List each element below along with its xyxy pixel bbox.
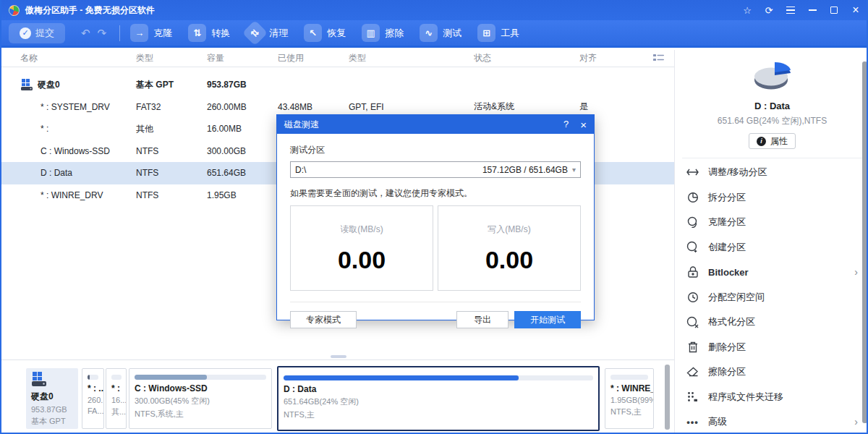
tools-icon: ⊞ (477, 24, 495, 42)
menu-icon[interactable] (780, 0, 801, 20)
dropdown-size: 157.12GB / 651.64GB (482, 165, 568, 175)
read-speed-value: 0.00 (291, 246, 433, 274)
expert-mode-hint: 如果需要更全面的测试，建议您使用专家模式。 (290, 187, 581, 200)
partition-pie-chart (749, 60, 796, 96)
allocate-space-icon (686, 291, 699, 303)
selected-partition-name: D : Data (675, 101, 868, 111)
dropdown-value: D:\ (295, 165, 306, 175)
minimize-button[interactable] (801, 0, 823, 20)
chevron-right-icon: › (854, 266, 858, 278)
toolbar: ✓ 提交 ↶ ↷ → 克隆 ⇅ 转换 ⇄ 清理 ↖ 恢复 ▥ 擦除 ∿ (1, 20, 867, 48)
submit-button[interactable]: ✓ 提交 (9, 23, 65, 43)
clean-icon: ⇄ (242, 20, 268, 46)
sidebar-item-advanced[interactable]: ••• 高级 › (675, 409, 868, 434)
convert-icon: ⇅ (188, 24, 206, 42)
toolbar-divider (119, 25, 120, 41)
create-partition-icon (686, 241, 699, 253)
refresh-icon[interactable]: ⟳ (758, 0, 780, 20)
recover-icon: ↖ (304, 24, 322, 42)
toolbar-item-wipe[interactable]: ▥ 擦除 (362, 24, 404, 42)
toolbar-item-tools[interactable]: ⊞ 工具 (477, 24, 519, 42)
toolbar-item-convert[interactable]: ⇅ 转换 (188, 24, 230, 42)
write-speed-value: 0.00 (438, 246, 580, 274)
undo-icon[interactable]: ↶ (81, 27, 90, 40)
redo-icon[interactable]: ↷ (98, 27, 107, 40)
favorite-star-icon[interactable]: ☆ (736, 0, 758, 20)
split-partition-icon (686, 191, 699, 203)
maximize-button[interactable] (823, 0, 845, 20)
sidebar-item-bitlocker[interactable]: Bitlocker › (675, 260, 868, 285)
lock-icon (686, 266, 699, 278)
dialog-title: 磁盘测速 (284, 119, 319, 131)
read-speed-panel: 读取(MB/s) 0.00 (290, 205, 433, 291)
chevron-right-icon: › (854, 416, 858, 427)
check-icon: ✓ (20, 27, 31, 39)
disk-speed-test-dialog: 磁盘测速 ? × 测试分区 D:\ 157.12GB / 651.64GB ▾ … (276, 114, 595, 320)
read-speed-label: 读取(MB/s) (291, 224, 433, 236)
delete-partition-icon (686, 341, 699, 353)
disk-map-partition-d-selected[interactable]: D : Data 651.64GB(24% 空闲) NTFS,主 (277, 366, 600, 431)
disk-map-partition-winre[interactable]: * : WINRE_... 1.95GB(99%... NTFS,主 (605, 368, 654, 429)
window-title: 傲梅分区助手 - 免费无损分区软件 (25, 4, 155, 17)
sidebar-item-format-partition[interactable]: 格式化分区 (675, 310, 868, 335)
toolbar-item-clone[interactable]: → 克隆 (130, 24, 172, 42)
partition-dropdown[interactable]: D:\ 157.12GB / 651.64GB ▾ (290, 161, 581, 178)
disk-icon (31, 372, 47, 387)
app-window: 傲梅分区助手 - 免费无损分区软件 ☆ ⟳ × ✓ 提交 ↶ ↷ → 克隆 ⇅ … (0, 0, 868, 434)
sidebar-item-wipe-partition[interactable]: 擦除分区 (675, 359, 868, 385)
disk-map-partition-c[interactable]: C : Windows-SSD 300.00GB(45% 空闲) NTFS,系统… (129, 368, 272, 429)
expert-mode-button[interactable]: 专家模式 (290, 311, 357, 328)
export-button[interactable]: 导出 (456, 311, 509, 328)
toolbar-item-recover[interactable]: ↖ 恢复 (304, 24, 346, 42)
wipe-icon: ▥ (362, 24, 380, 42)
window-controls: ☆ ⟳ × (736, 0, 867, 20)
chevron-down-icon: ▾ (572, 166, 576, 174)
test-icon: ∿ (420, 24, 438, 42)
clone-partition-icon (686, 216, 699, 229)
resize-move-icon (686, 166, 699, 179)
wipe-partition-icon (686, 366, 699, 378)
info-icon: i (757, 137, 766, 146)
clone-icon: → (130, 24, 148, 42)
disk-map-partition-system[interactable]: * : ... 260... FA... (82, 368, 104, 429)
format-partition-icon (686, 316, 699, 328)
dialog-help-icon[interactable]: ? (563, 119, 569, 131)
properties-button[interactable]: i 属性 (749, 133, 796, 149)
sidebar-item-create-partition[interactable]: 创建分区 (675, 235, 868, 260)
write-speed-label: 写入(MB/s) (438, 224, 580, 236)
sidebar-item-resize-move[interactable]: 调整/移动分区 (675, 160, 868, 185)
start-test-button[interactable]: 开始测试 (514, 311, 581, 328)
toolbar-item-clean[interactable]: ⇄ 清理 (246, 24, 288, 42)
sidebar-item-allocate-space[interactable]: 分配空闲空间 (675, 285, 868, 310)
sidebar-item-split-partition[interactable]: 拆分分区 (675, 185, 868, 210)
dialog-close-icon[interactable]: × (580, 119, 587, 131)
horizontal-scrollbar[interactable] (331, 355, 346, 358)
disk-map-disk0[interactable]: 硬盘0 953.87GB 基本 GPT (26, 368, 78, 429)
disk-map-partition-msr[interactable]: * : 16... 其... (106, 368, 127, 429)
advanced-icon: ••• (686, 416, 699, 428)
table-header: 名称 类型 容量 已使用 类型 状态 对齐 (1, 50, 674, 67)
right-sidebar: D : Data 651.64 GB(24% 空闲),NTFS i 属性 调整/… (674, 50, 868, 434)
disk-map-scrollbar[interactable] (665, 365, 670, 430)
sidebar-item-clone-partition[interactable]: 克隆分区 (675, 210, 868, 235)
disk-map: 硬盘0 953.87GB 基本 GPT * : ... 260... FA...… (1, 359, 674, 434)
dialog-title-bar: 磁盘测速 ? × (277, 115, 594, 134)
toolbar-item-test[interactable]: ∿ 测试 (420, 24, 461, 42)
test-partition-label: 测试分区 (290, 144, 581, 156)
sidebar-item-migrate[interactable]: 程序或文件夹迁移 (675, 385, 868, 410)
migrate-icon (686, 391, 699, 403)
close-button[interactable]: × (845, 0, 867, 20)
column-settings-icon[interactable] (653, 54, 664, 63)
app-logo-icon (9, 5, 20, 16)
selected-partition-info: 651.64 GB(24% 空闲),NTFS (675, 115, 868, 127)
sidebar-item-delete-partition[interactable]: 删除分区 (675, 335, 868, 360)
title-bar: 傲梅分区助手 - 免费无损分区软件 ☆ ⟳ × (1, 0, 867, 20)
table-row-disk0[interactable]: 硬盘0 基本 GPT 953.87GB (1, 74, 674, 96)
sidebar-scrollbar[interactable] (862, 61, 867, 423)
disk-icon (20, 79, 33, 91)
write-speed-panel: 写入(MB/s) 0.00 (438, 205, 581, 291)
